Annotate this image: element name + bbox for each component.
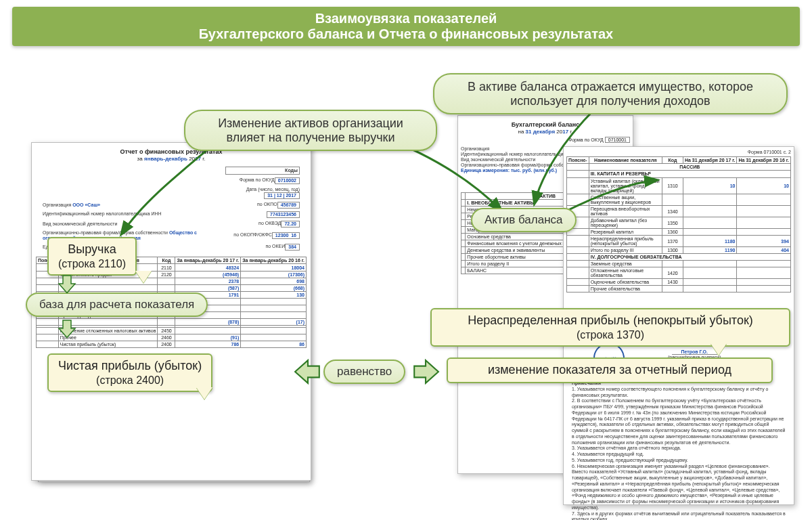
- tag-change: изменение показателя за отчетный период: [447, 358, 773, 383]
- callout-assets-income: В активе баланса отражается имущество, к…: [433, 73, 788, 114]
- callout-equality: равенство: [323, 360, 405, 384]
- arrow-right-icon: [411, 358, 440, 389]
- tag-retained: Нераспределенная прибыль (непокрытый убы…: [430, 308, 790, 347]
- arrow-down-icon: [57, 274, 77, 297]
- callout-assets-change: Изменение активов организации влияет на …: [184, 110, 437, 151]
- tag-revenue: Выручка(строка 2110): [47, 237, 137, 276]
- tag-net-profit: Чистая прибыль (убыток)(строка 2400): [47, 353, 212, 392]
- arrow-left-icon: [294, 358, 322, 389]
- callout-aktiv: Актив баланса: [471, 208, 577, 232]
- callout-base: база для расчета показателя: [26, 292, 208, 317]
- arrow-down-icon: [57, 318, 77, 341]
